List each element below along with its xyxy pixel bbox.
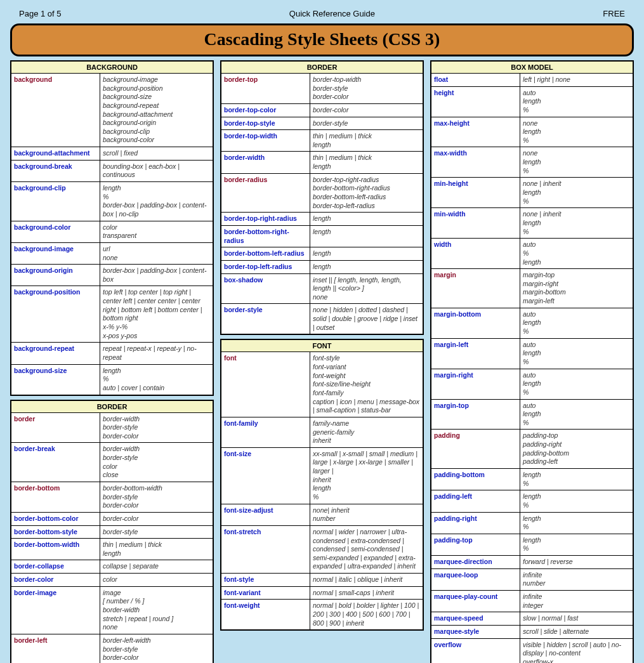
property-name: background-attachment (11, 147, 100, 161)
property-name: border (11, 413, 100, 443)
property-values: thin | medium | thicklength (310, 130, 423, 152)
page-indicator: Page 1 of 5 (19, 9, 62, 18)
table-row: padding-bottomlength% (431, 468, 633, 490)
property-values: border-top-widthborder-styleborder-color (310, 74, 423, 103)
property-name: font-style (221, 574, 310, 587)
property-values: urlnone (100, 242, 213, 264)
property-values: length (310, 225, 423, 247)
property-name: font-variant (221, 586, 310, 600)
reference-panel: BORDERborderborder-widthborder-stylebord… (10, 400, 214, 664)
property-values: slow | normal | fast (520, 612, 633, 626)
property-name: width (431, 239, 520, 269)
property-name: border-image (11, 586, 100, 634)
property-values: none | inheritlength% (520, 208, 633, 239)
property-name: border-top (221, 74, 310, 103)
reference-table: borderborder-widthborder-styleborder-col… (11, 413, 213, 664)
property-values: family-namegeneric-familyinherit (310, 417, 423, 447)
property-values: border-color (100, 512, 213, 525)
property-name: border-top-left-radius (221, 260, 310, 273)
table-row: border-bottom-colorborder-color (11, 512, 213, 525)
table-row: font-sizexx-small | x-small | small | me… (221, 447, 423, 504)
property-name: box-shadow (221, 273, 310, 304)
table-row: border-breakborder-widthborder-stylecolo… (11, 443, 213, 482)
property-name: margin-right (431, 369, 520, 399)
table-row: font-weightnormal | bold | bolder | ligh… (221, 600, 423, 629)
title-banner: Cascading Style Sheets (CSS 3) (10, 23, 634, 56)
property-name: border-bottom-right-radius (221, 225, 310, 247)
property-name: border-radius (221, 173, 310, 213)
property-values: normal | wider | narrower | ultra-conden… (310, 525, 423, 573)
property-values: visible | hidden | scroll | auto | no-di… (520, 638, 633, 663)
panel-heading: BACKGROUND (11, 62, 213, 74)
price-tag: FREE (603, 9, 625, 18)
property-values: none| inheritnumber (310, 504, 423, 525)
property-values: scroll | slide | alternate (520, 625, 633, 638)
property-name: marquee-play-count (431, 591, 520, 612)
reference-table: backgroundbackground-imagebackground-pos… (11, 74, 213, 395)
property-values: autolength% (520, 399, 633, 430)
property-values: bounding-box | each-box | continuous (100, 160, 213, 181)
property-values: border-style (100, 525, 213, 539)
property-name: border-left (11, 634, 100, 663)
table-row: border-top-left-radiuslength (221, 260, 423, 273)
table-row: backgroundbackground-imagebackground-pos… (11, 74, 213, 147)
property-values: padding-toppadding-rightpadding-bottompa… (520, 430, 633, 469)
property-values: length% (520, 490, 633, 512)
property-name: max-width (431, 147, 520, 178)
property-name: background (11, 74, 100, 147)
table-row: overflowvisible | hidden | scroll | auto… (431, 638, 633, 663)
table-row: margin-leftautolength% (431, 338, 633, 369)
property-values: top left | top center | top right | cent… (100, 286, 213, 343)
table-row: background-originborder-box | padding-bo… (11, 265, 213, 286)
property-name: background-size (11, 364, 100, 394)
table-row: border-topborder-top-widthborder-stylebo… (221, 74, 423, 103)
property-values: border-bottom-widthborder-styleborder-co… (100, 482, 213, 512)
property-values: infiniteinteger (520, 591, 633, 612)
table-row: border-top-colorborder-color (221, 103, 423, 117)
property-name: float (431, 74, 520, 86)
property-values: normal | small-caps | inherit (310, 586, 423, 600)
property-values: normal | italic | oblique | inherit (310, 574, 423, 587)
page-title: Cascading Style Sheets (CSS 3) (12, 29, 632, 49)
property-name: padding-top (431, 534, 520, 555)
property-name: padding-bottom (431, 468, 520, 490)
table-row: font-familyfamily-namegeneric-familyinhe… (221, 417, 423, 447)
reference-panel: BORDERborder-topborder-top-widthborder-s… (220, 60, 424, 335)
table-row: border-top-styleborder-style (221, 117, 423, 130)
property-values: xx-small | x-small | small | medium | la… (310, 447, 423, 504)
property-name: marquee-speed (431, 612, 520, 626)
table-row: marquee-directionforward | reverse (431, 556, 633, 569)
table-row: box-shadowinset || [ length, length, len… (221, 273, 423, 304)
property-name: margin-bottom (431, 308, 520, 338)
property-name: border-top-right-radius (221, 213, 310, 226)
table-row: font-variantnormal | small-caps | inheri… (221, 586, 423, 600)
property-values: forward | reverse (520, 556, 633, 569)
property-name: min-height (431, 178, 520, 208)
table-row: min-heightnone | inheritlength% (431, 178, 633, 208)
property-name: font (221, 352, 310, 417)
property-values: normal | bold | bolder | lighter | 100 |… (310, 600, 423, 629)
table-row: background-colorcolortransparent (11, 221, 213, 242)
table-row: border-bottom-right-radiuslength (221, 225, 423, 247)
table-row: background-repeatrepeat | repeat-x | rep… (11, 343, 213, 364)
property-values: border-left-widthborder-styleborder-colo… (100, 634, 213, 663)
property-name: border-width (221, 152, 310, 173)
column: BACKGROUNDbackgroundbackground-imageback… (10, 60, 214, 663)
property-name: background-repeat (11, 343, 100, 364)
property-values: nonelength% (520, 117, 633, 147)
top-bar: Page 1 of 5 Quick Reference Guide FREE (6, 6, 638, 23)
table-row: marquee-loopinfinitenumber (431, 568, 633, 590)
property-name: background-clip (11, 182, 100, 221)
column: BORDERborder-topborder-top-widthborder-s… (220, 60, 424, 663)
table-row: widthauto%length (431, 239, 633, 269)
panel-heading: BORDER (221, 62, 423, 74)
property-name: overflow (431, 638, 520, 663)
table-row: border-bottomborder-bottom-widthborder-s… (11, 482, 213, 512)
property-values: image[ number / % ]border-widthstretch |… (100, 586, 213, 634)
property-values: infinitenumber (520, 568, 633, 590)
property-values: length% (520, 512, 633, 534)
property-values: border-top-right-radiusborder-bottom-rig… (310, 173, 423, 213)
table-row: background-positiontop left | top center… (11, 286, 213, 343)
property-values: color (100, 574, 213, 587)
property-name: border-bottom-style (11, 525, 100, 539)
